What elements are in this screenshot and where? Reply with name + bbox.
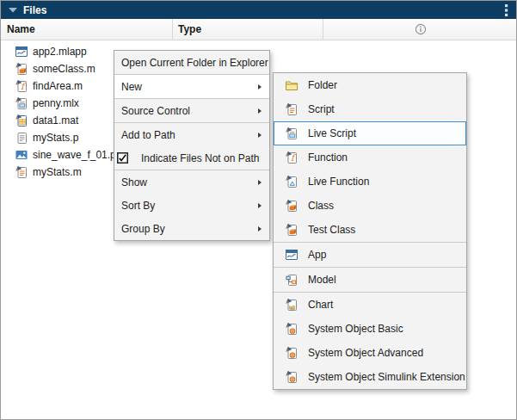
panel-title: Files	[23, 4, 46, 16]
menu-item-open-current-folder-in-explorer[interactable]: Open Current Folder in Explorer	[114, 51, 269, 74]
menu-item-label: Sort By	[121, 200, 258, 212]
submenu-item-system-object-simulink-extension[interactable]: System Object Simulink Extension	[274, 365, 466, 389]
folder-icon	[285, 78, 299, 92]
checkbox-icon	[117, 152, 128, 164]
menu-item-add-to-path[interactable]: Add to Path	[114, 123, 269, 146]
submenu-item-label: Live Script	[308, 127, 356, 139]
info-icon[interactable]	[414, 22, 428, 36]
submenu-item-app[interactable]: App	[274, 243, 466, 267]
submenu-item-label: Class	[308, 200, 334, 212]
system-object-icon	[285, 370, 299, 384]
submenu-arrow-icon	[258, 133, 262, 138]
file-name: penny.mlx	[33, 97, 79, 109]
menu-item-sort-by[interactable]: Sort By	[114, 194, 269, 217]
submenu-item-class[interactable]: Class	[274, 194, 466, 218]
menu-item-show[interactable]: Show	[114, 170, 269, 194]
column-divider	[323, 19, 323, 40]
column-header-type[interactable]: Type	[178, 19, 201, 40]
submenu-item-label: System Object Basic	[308, 323, 403, 335]
files-panel: Files Name Type app2.mlappsomeClass.mffi…	[0, 0, 517, 420]
collapse-triangle-icon[interactable]	[9, 8, 17, 13]
model-icon	[285, 273, 299, 287]
menu-item-new[interactable]: New	[114, 75, 269, 98]
file-name: findArea.m	[33, 80, 83, 92]
submenu-item-label: App	[308, 249, 326, 261]
submenu-arrow-icon	[258, 203, 262, 208]
submenu-item-label: Script	[308, 103, 335, 115]
file-name: app2.mlapp	[33, 46, 87, 58]
column-header-row: Name Type	[1, 19, 516, 40]
function-icon: f	[15, 79, 28, 93]
class-icon	[15, 62, 28, 76]
menu-item-label: Source Control	[121, 105, 258, 117]
submenu-item-model[interactable]: Model	[274, 268, 466, 292]
panel-titlebar: Files	[1, 1, 516, 19]
submenu-item-label: Function	[308, 151, 348, 164]
submenu-item-label: Chart	[308, 299, 333, 311]
file-name: sine_wave_f_01.p	[33, 149, 116, 161]
menu-item-source-control[interactable]: Source Control	[114, 99, 269, 122]
file-name: myStats.p	[33, 132, 78, 144]
script-icon	[15, 165, 28, 179]
menu-item-label: Indicate Files Not on Path	[141, 152, 264, 164]
app-icon	[285, 248, 299, 262]
submenu-arrow-icon	[258, 226, 262, 232]
submenu-item-test-class[interactable]: Test Class	[274, 218, 466, 242]
submenu-item-live-script[interactable]: Live Script	[274, 121, 466, 145]
pcode-icon	[15, 131, 28, 145]
submenu-item-label: System Object Advanced	[308, 347, 423, 359]
submenu-item-script[interactable]: Script	[274, 97, 466, 121]
app-icon	[15, 45, 28, 59]
file-name: someClass.m	[33, 63, 95, 75]
file-name: data1.mat	[33, 114, 78, 127]
submenu-item-folder[interactable]: Folder	[274, 73, 466, 97]
submenu-item-system-object-advanced[interactable]: System Object Advanced	[274, 341, 466, 365]
image-icon	[15, 148, 28, 162]
column-divider	[172, 19, 173, 40]
submenu-arrow-icon	[258, 180, 262, 185]
mat-icon	[15, 114, 28, 127]
submenu-item-label: System Object Simulink Extension	[308, 371, 465, 383]
submenu-item-system-object-basic[interactable]: System Object Basic	[274, 317, 466, 341]
submenu-item-chart[interactable]: Chart	[274, 293, 466, 317]
chart-icon	[285, 298, 299, 312]
menu-item-label: Show	[121, 176, 258, 188]
submenu-item-label: Model	[308, 274, 336, 286]
class-icon	[285, 199, 299, 213]
submenu-item-label: Live Function	[308, 176, 369, 188]
submenu-item-label: Folder	[308, 79, 337, 91]
column-header-name[interactable]: Name	[7, 19, 35, 40]
system-object-icon	[285, 322, 299, 336]
test-class-icon	[285, 223, 299, 237]
menu-item-label: Open Current Folder in Explorer	[121, 57, 268, 69]
live-script-icon	[285, 127, 299, 140]
menu-item-label: Add to Path	[121, 129, 258, 141]
new-submenu: FolderScriptLive ScriptfFunctionLive Fun…	[273, 72, 467, 390]
system-object-icon	[285, 346, 299, 360]
live-script-icon	[15, 96, 28, 110]
submenu-item-live-function[interactable]: Live Function	[274, 170, 466, 194]
context-menu: Open Current Folder in ExplorerNewSource…	[114, 50, 270, 241]
submenu-item-label: Test Class	[308, 224, 355, 236]
menu-item-label: New	[121, 81, 258, 93]
live-function-icon	[285, 175, 299, 188]
kebab-menu-icon[interactable]	[505, 3, 508, 17]
file-name: myStats.m	[33, 166, 82, 178]
submenu-arrow-icon	[258, 84, 262, 90]
submenu-arrow-icon	[258, 108, 262, 114]
menu-item-indicate-files-not-on-path[interactable]: Indicate Files Not on Path	[114, 146, 269, 170]
function-icon: f	[285, 151, 299, 164]
menu-item-label: Group By	[121, 223, 258, 235]
submenu-item-function[interactable]: fFunction	[274, 145, 466, 170]
script-icon	[285, 102, 299, 116]
menu-item-group-by[interactable]: Group By	[114, 217, 269, 240]
